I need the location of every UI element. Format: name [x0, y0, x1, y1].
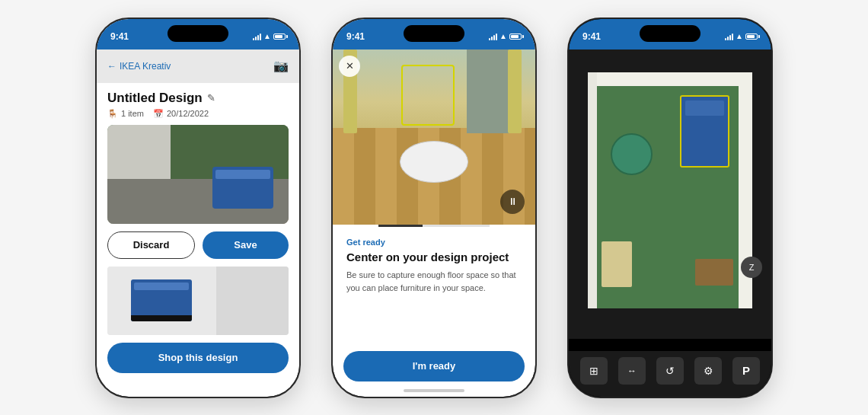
item-count: 1 item: [121, 109, 144, 118]
edit-icon[interactable]: ✎: [207, 92, 215, 104]
td-rug: [611, 133, 653, 175]
calendar-icon: 📅: [153, 109, 164, 119]
status-icons-3: ▲: [725, 32, 758, 40]
zoom-float-button[interactable]: Z: [741, 257, 762, 278]
td-room: [588, 72, 752, 308]
ar-chair-outline: [401, 65, 455, 126]
furniture-bed-image: [131, 279, 192, 321]
toolbar-item-layout[interactable]: ⊞: [580, 357, 608, 385]
wifi-icon-3: ▲: [736, 32, 743, 40]
home-indicator-2: [404, 389, 464, 392]
status-icons-2: ▲: [489, 32, 522, 40]
room-preview: [107, 125, 289, 224]
catalog-icon[interactable]: P: [732, 357, 760, 385]
ar-close-button[interactable]: ✕: [339, 56, 360, 77]
camera-icon[interactable]: 📷: [273, 59, 289, 73]
signal-icon-3: [725, 33, 733, 40]
td-bed: [680, 95, 729, 168]
item-count-meta: 🪑 1 item: [107, 109, 144, 119]
date-meta: 📅 20/12/2022: [153, 109, 209, 119]
back-arrow-icon: ←: [107, 61, 116, 72]
phone-1: 9:41 ▲ ← IKEA Kreativ 📷: [95, 18, 301, 398]
ar-body-text: Be sure to capture enough floor space so…: [346, 269, 522, 294]
settings-icon[interactable]: ⚙: [694, 357, 722, 385]
get-ready-label: Get ready: [346, 238, 522, 247]
ar-headline: Center on your design project: [346, 250, 522, 265]
phone3-screen: 9:41 ▲: [569, 19, 771, 397]
app-name-label: IKEA Kreativ: [120, 61, 171, 72]
status-time-2: 9:41: [346, 31, 365, 42]
ar-table: [400, 141, 468, 183]
phone1-content: Untitled Design ✎ 🪑 1 item 📅 20/12/2022: [97, 83, 299, 381]
phone3-toolbar: ⊞ ↔ ↺ ⚙ P: [569, 351, 771, 397]
td-wardrobe: [602, 241, 632, 287]
ar-pause-button[interactable]: ⏸: [500, 190, 525, 214]
signal-icon-2: [489, 33, 497, 40]
ready-button[interactable]: I'm ready: [343, 351, 525, 381]
status-icons-1: ▲: [253, 32, 286, 40]
status-time-1: 9:41: [110, 31, 129, 42]
rotate-icon[interactable]: ↺: [656, 357, 684, 385]
td-wall-left: [588, 72, 597, 308]
phone-2: 9:41 ▲ ✕ ⏸: [331, 18, 537, 398]
battery-icon-3: [745, 34, 758, 40]
design-title: Untitled Design: [107, 91, 203, 106]
toolbar-item-rotate[interactable]: ↺: [656, 357, 684, 385]
date-label: 20/12/2022: [167, 109, 209, 118]
meta-row: 🪑 1 item 📅 20/12/2022: [107, 109, 289, 119]
dynamic-island-2: [404, 25, 464, 42]
phone1-screen: 9:41 ▲ ← IKEA Kreativ 📷: [97, 19, 299, 397]
phone-3: 9:41 ▲: [567, 18, 773, 398]
ar-text-content: Get ready Center on your design project …: [333, 227, 535, 305]
ar-curtain-right: [508, 49, 522, 133]
ar-progress-fill: [378, 225, 423, 227]
action-buttons: Discard Save: [107, 231, 289, 259]
toolbar-item-scale[interactable]: ↔: [618, 357, 646, 385]
phone2-screen: 9:41 ▲ ✕ ⏸: [333, 19, 535, 397]
battery-icon-2: [509, 34, 522, 40]
td-desk: [695, 259, 733, 286]
ar-progress-bar: [378, 225, 490, 227]
signal-icon-1: [253, 33, 261, 40]
discard-button[interactable]: Discard: [107, 231, 195, 259]
toolbar-item-settings[interactable]: ⚙: [694, 357, 722, 385]
shop-button[interactable]: Shop this design: [107, 343, 289, 373]
toolbar-item-catalog[interactable]: P: [732, 357, 760, 385]
td-wall-top: [588, 72, 752, 86]
status-time-3: 9:41: [582, 31, 601, 42]
furniture-row: [107, 267, 289, 335]
wifi-icon-1: ▲: [263, 32, 271, 40]
dynamic-island-1: [168, 25, 228, 42]
dynamic-island-3: [640, 25, 700, 42]
scale-icon[interactable]: ↔: [618, 357, 646, 385]
battery-icon-1: [273, 34, 286, 40]
save-button[interactable]: Save: [203, 231, 289, 259]
top-down-view: Z: [569, 49, 771, 339]
item-icon: 🪑: [107, 109, 118, 119]
ar-view: ✕ ⏸: [333, 49, 535, 225]
design-title-row: Untitled Design ✎: [107, 91, 289, 106]
layout-icon[interactable]: ⊞: [580, 357, 608, 385]
phone2-bottom: I'm ready: [343, 351, 525, 381]
nav-bar-1: ← IKEA Kreativ 📷: [97, 49, 299, 83]
furniture-item-main[interactable]: [107, 267, 216, 335]
furniture-item-secondary[interactable]: [216, 267, 289, 335]
wifi-icon-2: ▲: [499, 32, 507, 40]
room-bed: [212, 167, 273, 209]
back-button[interactable]: ← IKEA Kreativ: [107, 61, 171, 72]
